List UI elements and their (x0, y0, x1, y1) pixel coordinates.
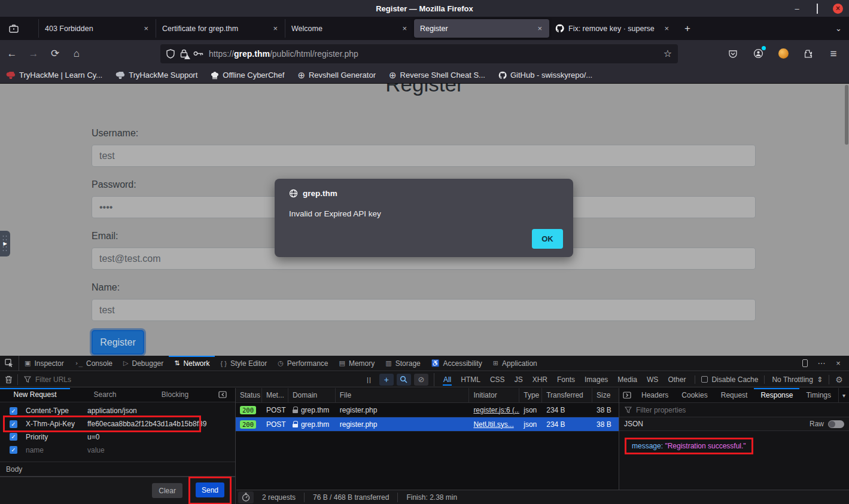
back-button[interactable]: ← (2, 44, 22, 63)
tab-welcome[interactable]: Welcome × (285, 19, 414, 38)
filter-css[interactable]: CSS (486, 373, 509, 386)
header-row-api-key[interactable]: ✓ X-Thm-Api-Key ffe60ecaa8bba2f12b43d1a4… (0, 417, 235, 430)
network-settings-button[interactable]: ⚙ (829, 375, 849, 384)
details-tab-headers[interactable]: Headers (635, 388, 675, 402)
column-file[interactable]: File (336, 388, 470, 402)
tab-register-active[interactable]: Register × (414, 19, 549, 38)
json-property-name[interactable]: message: (632, 442, 663, 450)
tab-accessibility[interactable]: ♿Accessibility (426, 356, 488, 371)
header-row-priority[interactable]: ✓ Priority u=0 (0, 430, 235, 444)
performance-analysis-button[interactable] (238, 491, 254, 503)
tab-style-editor[interactable]: { }Style Editor (215, 356, 272, 371)
reload-button[interactable]: ⟳ (45, 44, 65, 63)
tab-403-forbidden[interactable]: 403 Forbidden × (38, 19, 156, 38)
devtools-close-button[interactable]: × (831, 357, 845, 370)
node-picker-button[interactable] (0, 356, 19, 371)
new-request-button[interactable]: + (379, 374, 394, 386)
clear-button[interactable]: Clear (152, 483, 182, 498)
filter-all[interactable]: All (439, 373, 455, 386)
block-requests-button[interactable]: ⊘ (414, 374, 428, 386)
menu-button[interactable]: ≡ (824, 44, 843, 63)
filter-other[interactable]: Other (664, 373, 690, 386)
body-section-label[interactable]: Body (0, 462, 235, 476)
list-all-tabs-button[interactable]: ⌄ (835, 17, 842, 40)
page-scrollbar-thumb[interactable] (845, 85, 848, 145)
firefox-view-button[interactable] (4, 20, 24, 38)
tab-debugger[interactable]: ▷Debugger (118, 356, 169, 371)
tab-close-icon[interactable]: × (535, 24, 544, 33)
tab-performance[interactable]: ◷Performance (272, 356, 333, 371)
bookmark-revshell-generator[interactable]: ⊕ Revshell Generator (297, 70, 376, 81)
raw-toggle[interactable] (828, 420, 844, 428)
tab-storage[interactable]: ▥Storage (380, 356, 425, 371)
tab-memory[interactable]: ▤Memory (334, 356, 381, 371)
window-close-button[interactable]: × (833, 4, 843, 14)
details-tab-timings[interactable]: Timings (799, 388, 838, 402)
tab-close-icon[interactable]: × (662, 24, 671, 33)
details-tab-cookies[interactable]: Cookies (675, 388, 714, 402)
clear-requests-button[interactable] (0, 374, 18, 385)
minimize-button[interactable]: – (792, 4, 802, 13)
initiator-link[interactable]: register.js:6 (... (473, 406, 519, 414)
bookmark-github-swisskyrepo[interactable]: GitHub - swisskyrepo/... (498, 71, 592, 80)
filter-media[interactable]: Media (613, 373, 641, 386)
extension-button[interactable] (774, 44, 793, 63)
collapse-panel-button[interactable] (210, 388, 235, 402)
checkbox-checked-icon[interactable]: ✓ (10, 433, 17, 441)
panel-tab-blocking[interactable]: Blocking (140, 388, 210, 402)
register-button[interactable]: Register (92, 330, 144, 355)
bookmark-tryhackme-support[interactable]: TryHackMe Support (115, 71, 197, 80)
filter-html[interactable]: HTML (457, 373, 485, 386)
filter-ws[interactable]: WS (643, 373, 662, 386)
panel-tab-search[interactable]: Search (70, 388, 140, 402)
throttling-dropdown[interactable]: No Throttling ⇕ (764, 375, 823, 384)
tab-close-icon[interactable]: × (400, 24, 409, 33)
header-row-placeholder[interactable]: ✓ name value (0, 444, 235, 457)
tab-github-fix[interactable]: Fix: remove key · superse × (549, 19, 676, 38)
request-row-1[interactable]: 200 POST grep.thm register.php register.… (236, 403, 619, 417)
sidebar-handle[interactable]: ▶ (0, 231, 10, 256)
devtools-menu-button[interactable]: ⋯ (814, 357, 829, 370)
bookmark-tryhackme[interactable]: TryHackMe | Learn Cy... (6, 71, 102, 80)
pause-recording-button[interactable]: || (362, 374, 376, 386)
username-field[interactable] (92, 145, 756, 167)
checkbox-checked-icon[interactable]: ✓ (10, 420, 17, 428)
url-text[interactable]: https://grep.thm/public/html/register.ph… (209, 49, 664, 59)
tab-network[interactable]: ⇅Network (169, 356, 215, 371)
more-tabs-dropdown[interactable]: ▾ (838, 388, 849, 402)
bookmark-reverse-shell-cheatsheet[interactable]: ⊕ Reverse Shell Cheat S... (389, 70, 485, 81)
search-requests-button[interactable] (397, 374, 411, 386)
name-field[interactable] (92, 299, 756, 321)
bookmark-star-icon[interactable]: ☆ (664, 48, 672, 59)
restore-button[interactable] (813, 4, 822, 13)
send-button[interactable]: Send (196, 482, 224, 497)
forward-button[interactable]: → (24, 44, 43, 63)
extensions-puzzle-button[interactable] (799, 44, 818, 63)
tracking-shield-icon[interactable] (166, 49, 175, 59)
column-type[interactable]: Type (519, 388, 542, 402)
filter-images[interactable]: Images (580, 373, 612, 386)
filter-urls-input[interactable] (35, 375, 107, 384)
tab-console[interactable]: ›_Console (69, 356, 118, 371)
tab-application[interactable]: ⊞Application (488, 356, 543, 371)
column-initiator[interactable]: Initiator (469, 388, 519, 402)
responsive-mode-button[interactable] (798, 357, 812, 370)
json-section-label[interactable]: JSON (624, 420, 643, 428)
initiator-link[interactable]: NetUtil.sys... (473, 420, 513, 429)
lock-warning-icon[interactable] (180, 49, 188, 58)
checkbox-checked-icon[interactable]: ✓ (10, 407, 17, 415)
dialog-ok-button[interactable]: OK (532, 229, 563, 249)
panel-tab-new-request[interactable]: New Request (0, 388, 70, 402)
column-method[interactable]: Met... (262, 388, 288, 402)
details-tab-response[interactable]: Response (754, 388, 799, 402)
header-row-content-type[interactable]: ✓ Content-Type application/json (0, 405, 235, 418)
details-tab-request[interactable]: Request (714, 388, 754, 402)
column-size[interactable]: Size (592, 388, 619, 402)
saved-login-key-icon[interactable] (193, 50, 203, 57)
column-transferred[interactable]: Transferred (542, 388, 592, 402)
checkbox-checked-icon[interactable]: ✓ (10, 446, 17, 454)
filter-properties-input[interactable]: Filter properties (636, 406, 686, 414)
tab-inspector[interactable]: ▣Inspector (19, 356, 69, 371)
filter-xhr[interactable]: XHR (528, 373, 552, 386)
filter-js[interactable]: JS (510, 373, 527, 386)
